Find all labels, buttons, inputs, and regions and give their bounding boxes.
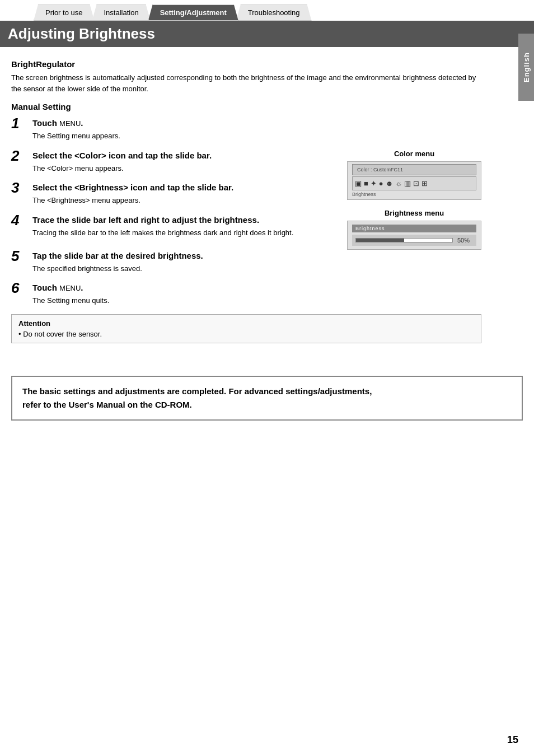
step-2-desc: The <Color> menu appears. — [32, 163, 336, 174]
attention-box: Attention • Do not cover the sensor. — [11, 314, 481, 343]
attention-text: • Do not cover the sensor. — [18, 330, 474, 338]
step-4-content: Trace the slide bar left and right to ad… — [32, 214, 336, 239]
tab-installation[interactable]: Installation — [92, 4, 150, 21]
step-6: 6 Touch MENU. The Setting menu quits. — [11, 282, 481, 306]
color-icon-1: ▣ — [355, 179, 362, 188]
brightness-title-bar: Brightness — [352, 225, 476, 232]
steps-2-3-4-with-menus: 2 Select the <Color> icon and tap the sl… — [11, 150, 481, 250]
step-1: 1 Touch MENU. The Setting menu appears. — [11, 117, 481, 142]
step-6-content: Touch MENU. The Setting menu quits. — [32, 282, 481, 306]
page-number: 15 — [507, 734, 518, 746]
step-3-number: 3 — [11, 180, 29, 195]
bright-regulator-heading: BrightRegulator — [11, 59, 481, 69]
attention-title: Attention — [18, 319, 474, 328]
step-1-number: 1 — [11, 116, 29, 130]
color-menu-label: Color menu — [347, 150, 481, 158]
step-4-title: Trace the slide bar left and right to ad… — [32, 214, 336, 226]
main-content: BrightRegulator The screen brightness is… — [0, 47, 493, 359]
step-1-content: Touch MENU. The Setting menu appears. — [32, 117, 481, 142]
step-3-content: Select the <Brightness> icon and tap the… — [32, 181, 336, 206]
brightness-menu-box: Brightness 50% — [347, 221, 481, 250]
bright-regulator-desc: The screen brightness is automatically a… — [11, 72, 481, 94]
color-menu-inner-label: Color : CustomFC11 — [352, 164, 476, 175]
color-icon-8: ⊡ — [413, 179, 419, 188]
step-5-title: Tap the slide bar at the desired brightn… — [32, 250, 481, 262]
step-4: 4 Trace the slide bar left and right to … — [11, 214, 336, 239]
color-icon-2: ■ — [364, 179, 368, 188]
bottom-note: The basic settings and adjustments are c… — [11, 376, 523, 421]
step-1-desc: The Setting menu appears. — [32, 130, 481, 142]
step-4-number: 4 — [11, 213, 29, 227]
brightness-menu-label: Brightness menu — [347, 209, 481, 217]
brightness-percent: 50% — [457, 237, 473, 244]
step-3-desc: The <Brightness> menu appears. — [32, 195, 336, 206]
step-5-content: Tap the slide bar at the desired brightn… — [32, 250, 481, 274]
tab-setting-adjustment[interactable]: Setting/Adjustment — [148, 4, 238, 21]
step-6-desc: The Setting menu quits. — [32, 295, 481, 306]
step-1-title: Touch MENU. — [32, 117, 481, 129]
color-icon-6: ☼ — [395, 179, 402, 188]
color-menu-icons: ▣ ■ ✦ ● ☻ ☼ ▥ ⊡ ⊞ — [352, 176, 476, 190]
color-icon-4: ● — [379, 179, 383, 188]
manual-setting-heading: Manual Setting — [11, 102, 481, 111]
step-2-title: Select the <Color> icon and tap the slid… — [32, 150, 336, 161]
navigation-tabs: Prior to use Installation Setting/Adjust… — [0, 0, 534, 21]
step-2-content: Select the <Color> icon and tap the slid… — [32, 150, 336, 174]
step-2-number: 2 — [11, 148, 29, 163]
step-5: 5 Tap the slide bar at the desired brigh… — [11, 250, 481, 274]
step-3: 3 Select the <Brightness> icon and tap t… — [11, 181, 336, 206]
color-icon-5: ☻ — [386, 179, 394, 188]
tab-troubleshooting[interactable]: Troubleshooting — [236, 4, 312, 21]
brightness-slider-track — [355, 238, 453, 242]
step-2: 2 Select the <Color> icon and tap the sl… — [11, 150, 336, 174]
step-6-number: 6 — [11, 281, 29, 295]
page-title-bar: Adjusting Brightness — [0, 21, 534, 47]
color-icon-3: ✦ — [371, 179, 377, 188]
step-5-desc: The specified brightness is saved. — [32, 263, 481, 274]
color-icon-7: ▥ — [404, 179, 411, 188]
step-6-title: Touch MENU. — [32, 282, 481, 293]
brightness-slider-row: 50% — [352, 235, 476, 246]
page-title: Adjusting Brightness — [8, 25, 526, 43]
tab-prior-to-use[interactable]: Prior to use — [34, 4, 94, 21]
steps-left-col: 2 Select the <Color> icon and tap the sl… — [11, 150, 336, 246]
brightness-slider-fill — [356, 239, 404, 242]
color-menu-box: Color : CustomFC11 ▣ ■ ✦ ● ☻ ☼ ▥ ⊡ ⊞ Bri… — [347, 161, 481, 200]
language-sidebar: English — [518, 34, 534, 101]
step-3-title: Select the <Brightness> icon and tap the… — [32, 181, 336, 193]
color-menu-brightness-label: Brightness — [352, 192, 376, 197]
step-5-number: 5 — [11, 249, 29, 263]
step-4-desc: Tracing the slide bar to the left makes … — [32, 227, 336, 239]
color-icon-9: ⊞ — [421, 179, 428, 188]
menu-images-col: Color menu Color : CustomFC11 ▣ ■ ✦ ● ☻ … — [347, 150, 481, 250]
